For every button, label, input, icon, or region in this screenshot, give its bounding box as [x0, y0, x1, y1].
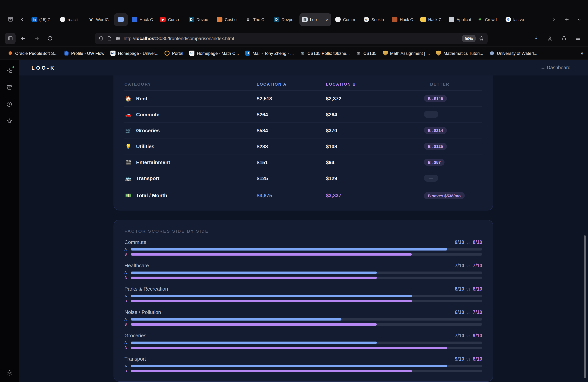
browser-tab[interactable]: ▶Curso [158, 13, 185, 26]
page-title: LOO-K [32, 65, 56, 71]
location-a-value: $584 [257, 127, 326, 133]
tab-scroll-right-icon[interactable] [549, 14, 559, 24]
category-label: Transport [136, 175, 159, 181]
browser-window: in(15) ZreactiWWordCHack C▶CursoDDevpoCo… [0, 0, 588, 382]
category-label: Groceries [136, 127, 160, 133]
bookmark-item[interactable]: OMail - Tony Zheng - ... [242, 48, 297, 58]
bookmark-item[interactable]: Mathematics Tutori... [433, 48, 486, 58]
new-tab-icon[interactable] [562, 14, 572, 24]
browser-tab[interactable]: Applicatio [446, 13, 473, 26]
score-track [131, 248, 482, 250]
sidebar-toggle-icon[interactable] [5, 33, 16, 44]
factor-label: Commute [125, 239, 147, 245]
tracking-shield-icon[interactable] [98, 36, 104, 41]
favorites-star-icon[interactable] [5, 116, 14, 126]
page-info-icon[interactable] [107, 36, 112, 41]
browser-tab[interactable]: DDevpo [271, 13, 298, 26]
history-clock-icon[interactable] [5, 100, 14, 109]
browser-tab[interactable]: reacti [57, 13, 84, 26]
bookmark-item[interactable]: Profile - UW Flow [61, 48, 107, 58]
bookmark-item[interactable]: University of Waterl... [486, 48, 540, 58]
browser-tab[interactable]: αSeekin [361, 13, 388, 26]
youtube-favicon: ▶ [160, 17, 166, 22]
share-icon[interactable] [558, 33, 569, 44]
score-track [131, 365, 482, 367]
location-b-value: $94 [326, 159, 419, 165]
factor-label: Parks & Recreation [125, 286, 168, 292]
category-label: Total / Month [136, 192, 167, 198]
tab-title: Comm [343, 17, 357, 22]
location-a-value: $233 [257, 143, 326, 149]
url-text[interactable]: http://localhost:8080/frontend/compariso… [124, 36, 459, 41]
browser-tab[interactable]: in(15) Z [29, 13, 56, 26]
browser-tab[interactable]: Hack C [389, 13, 417, 26]
forward-icon[interactable] [31, 33, 42, 44]
tab-title: Cost o [225, 17, 239, 22]
category-label: Commute [136, 111, 159, 117]
seeking-site-favicon: α [364, 17, 369, 22]
category-label: Entertainment [136, 159, 170, 165]
location-b-value: $370 [326, 127, 419, 133]
menu-hamburger-icon[interactable] [572, 33, 583, 44]
browser-tab[interactable]: ❋Crowd [474, 13, 502, 26]
bookmarks-overflow-icon[interactable]: » [581, 50, 583, 56]
factor-label: Groceries [125, 333, 147, 339]
dashboard-back-link[interactable]: ← Dashboard [541, 65, 570, 70]
tab-menu-chevron-icon[interactable] [574, 14, 584, 24]
browser-tab[interactable]: ≣The C [243, 13, 270, 26]
page-scroll-area[interactable]: CATEGORYLOCATION ALOCATION BBETTER 🏠Rent… [19, 75, 588, 382]
vs-label: vs [466, 357, 470, 361]
browser-tab[interactable]: WWordC [85, 13, 113, 26]
table-row: 💡Utilities$233$108B ↓$125 [125, 138, 482, 154]
browser-tab[interactable]: DDevpo [186, 13, 213, 26]
workspaces-icon[interactable] [5, 83, 14, 92]
tab-close-icon[interactable]: × [326, 17, 329, 22]
site-header: LOO-K ← Dashboard [19, 60, 588, 75]
better-badge: B ↓$214 [424, 127, 447, 134]
list-site-favicon: ≣ [245, 17, 251, 22]
url-bar[interactable]: http://localhost:8080/frontend/compariso… [95, 32, 488, 44]
back-icon[interactable] [18, 33, 29, 44]
github-favicon [60, 17, 65, 22]
score-a: 9/10 [455, 240, 464, 245]
score-a: 9/10 [455, 356, 464, 362]
bookmark-item[interactable]: ⊕CS135 Polls: t66zhe... [297, 48, 353, 58]
bookmark-item[interactable]: D2LHomepage - Univer... [107, 48, 162, 58]
downloads-icon[interactable] [530, 33, 541, 44]
tab-title: (15) Z [39, 17, 53, 22]
browser-tab[interactable]: Cost o [214, 13, 242, 26]
browser-tab[interactable] [114, 13, 128, 26]
factor-group: Noise / Pollution6/10vs7/10AB [125, 309, 482, 327]
ai-sparkle-icon[interactable] [5, 66, 14, 75]
reload-icon[interactable] [44, 33, 55, 44]
factor-label: Healthcare [125, 263, 149, 268]
workspace-box-icon[interactable] [5, 14, 16, 24]
column-header: LOCATION A [257, 82, 326, 86]
bookmark-item[interactable]: Math Assignment | ... [379, 48, 433, 58]
bookmark-item[interactable]: ⊕CS135 [353, 48, 379, 58]
bookmark-item[interactable]: Oracle PeopleSoft S... [5, 48, 61, 58]
page-scrollbar-thumb[interactable] [584, 235, 586, 378]
bookmark-item[interactable]: D2LHomepage - Math C... [186, 48, 242, 58]
settings-gear-icon[interactable] [5, 368, 14, 377]
permissions-sliders-icon[interactable] [115, 36, 121, 41]
linkedin-favicon: in [32, 17, 37, 22]
account-icon[interactable] [545, 33, 555, 44]
bookmark-label: Math Assignment | ... [390, 51, 430, 55]
browser-tab[interactable]: Hack C [418, 13, 445, 26]
zoom-level-badge[interactable]: 90% [462, 35, 476, 42]
tab-title: Crowd [485, 17, 499, 22]
browser-tab-active[interactable]: ▥Loo× [299, 13, 331, 26]
bar-label-b: B [125, 369, 131, 373]
browser-tab[interactable]: Comm [333, 13, 360, 26]
devpost-favicon: D [274, 17, 279, 22]
bookmark-item[interactable]: Portal [162, 48, 187, 58]
bookmark-star-icon[interactable] [479, 36, 484, 41]
browser-tab[interactable]: Glas ve [503, 13, 530, 26]
tab-title: reacti [68, 17, 82, 22]
total-row: 💵Total / Month$3,875$3,337B saves $538/m… [125, 186, 482, 205]
browser-tab[interactable]: Hack C [129, 13, 156, 26]
factor-group: Groceries7/10vs9/10AB [125, 333, 482, 350]
tab-scroll-left-icon[interactable] [17, 14, 27, 24]
devpost-favicon: D [189, 17, 194, 22]
